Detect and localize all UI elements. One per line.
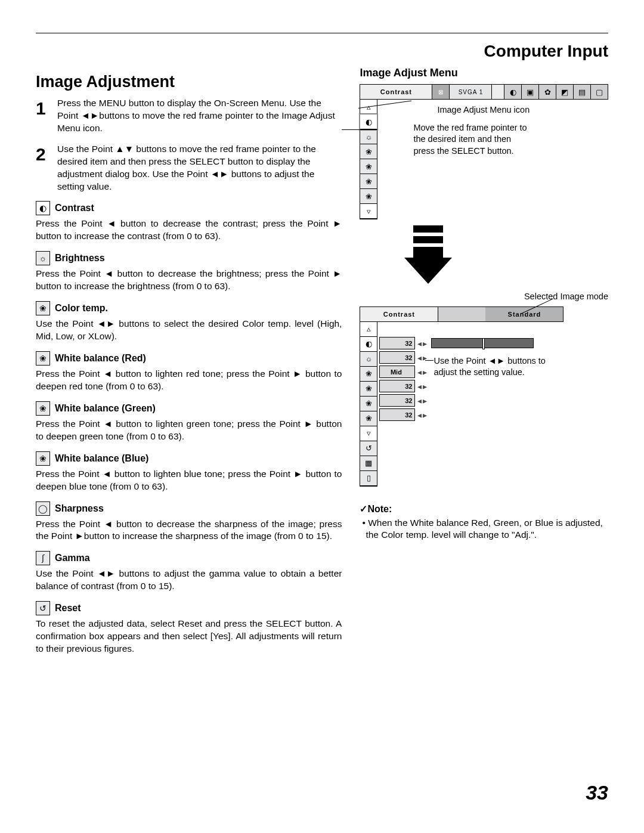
step-text: Use the Point ▲▼ buttons to move the red… [57, 143, 342, 193]
menu-bar-bottom: Contrast Standard [360, 306, 564, 322]
sidebar-icon-column: ▵ ◐ ☼ ❀ ❀ ❀ ❀ ▿ ↺ ▦ ▯ [360, 322, 377, 487]
step-number: 2 [36, 143, 57, 163]
callout-selected-mode: Selected Image mode [524, 291, 608, 303]
wb-green-icon: ❀ [360, 397, 377, 411]
callout-adjust-value: Use the Point ◄► buttons to adjust the s… [434, 355, 559, 379]
gamma-icon: ʃ [36, 551, 50, 565]
item-title: Sharpness [55, 503, 104, 514]
page-number: 33 [586, 781, 608, 804]
value-brightness: 32 [379, 351, 415, 364]
exit-icon: ▯ [360, 471, 377, 486]
menu-signal-text: SVGA 1 [450, 85, 492, 99]
lr-arrows-icon: ◂▸ [417, 367, 428, 377]
color-temp-icon: ❀ [360, 367, 377, 382]
contrast-icon: ◐ [360, 114, 377, 129]
value-colortemp: Mid [379, 366, 415, 378]
color-temp-icon: ❀ [360, 144, 377, 159]
wb-red-icon: ❀ [36, 351, 50, 366]
callout-move-frame: Move the red frame pointer to the desire… [413, 122, 532, 157]
value-wb-blue: 32 [379, 408, 415, 421]
note-body: • When the White balance Red, Green, or … [360, 517, 608, 542]
lr-arrows-icon: ◂▸ [417, 396, 428, 405]
svg-rect-1 [413, 236, 443, 243]
reset-icon: ↺ [36, 601, 50, 615]
section-title: Image Adjustment [36, 73, 342, 91]
item-body: Press the Point ◄ button to lighten gree… [36, 418, 342, 443]
lr-arrows-icon: ◂▸ [417, 410, 428, 420]
wb-green-icon: ❀ [36, 401, 50, 416]
item-title: Color temp. [55, 303, 108, 314]
menu-icon: ▢ [590, 85, 608, 99]
wb-green-icon: ❀ [360, 174, 377, 189]
menu-bar-top: Contrast ⊠ SVGA 1 ◐ ▣ ✿ ◩ ▤ ▢ [360, 84, 608, 100]
step-number: 1 [36, 97, 57, 117]
lr-arrows-icon: ◂▸ [417, 339, 428, 348]
big-down-arrow-icon [401, 225, 608, 285]
brightness-icon: ☼ [36, 251, 50, 265]
lr-arrows-icon: ◂▸ [417, 382, 428, 391]
item-body: Press the Point ◄ button to lighten red … [36, 368, 342, 393]
sharpness-icon: ◯ [36, 501, 50, 516]
menu-icon: ▣ [521, 85, 538, 99]
item-body: Use the Point ◄► buttons to adjust the g… [36, 568, 342, 593]
wb-red-icon: ❀ [360, 382, 377, 397]
item-title: White balance (Blue) [55, 453, 148, 464]
menu-label-contrast: Contrast [360, 307, 438, 321]
item-title: Brightness [55, 253, 105, 264]
wb-blue-icon: ❀ [36, 451, 50, 466]
menu-label-contrast: Contrast [360, 85, 432, 99]
menu-imageadjust-icon: ◐ [504, 85, 521, 99]
note-title: ✓Note: [360, 503, 608, 515]
item-body: Press the Point ◄ button to decrease the… [36, 518, 342, 543]
svg-marker-3 [404, 258, 452, 284]
item-title: Gamma [55, 553, 90, 563]
item-body: Press the Point ◄ button to decrease the… [36, 268, 342, 293]
value-wb-red: 32 [379, 380, 415, 392]
item-body: Press the Point ◄ button to lighten blue… [36, 468, 342, 493]
reset-icon: ↺ [360, 441, 377, 456]
contrast-icon: ◐ [360, 337, 377, 352]
item-body: To reset the adjusted data, select Reset… [36, 618, 342, 655]
wb-blue-icon: ❀ [360, 411, 377, 426]
value-contrast: 32 [379, 337, 415, 349]
page-header: Computer Input [484, 42, 608, 61]
lr-arrows-icon: ◂▸ [417, 353, 428, 363]
item-title: White balance (Green) [55, 403, 156, 414]
color-temp-icon: ❀ [36, 301, 50, 315]
sidebar-icon-column: ▵ ◐ ☼ ❀ ❀ ❀ ❀ ▿ [360, 100, 377, 219]
brightness-icon: ☼ [360, 129, 377, 144]
menu-icon: ✿ [538, 85, 556, 99]
item-title: Contrast [55, 203, 94, 213]
contrast-icon: ◐ [36, 201, 50, 215]
menu-icon: ▤ [573, 85, 590, 99]
item-title: Reset [55, 603, 81, 614]
step-text: Press the MENU button to display the On-… [57, 97, 342, 135]
callout-imageadjust-icon: Image Adjust Menu icon [437, 104, 608, 116]
menu-signal-icon: ⊠ [432, 85, 450, 99]
wb-blue-icon: ❀ [360, 189, 377, 204]
svg-rect-0 [413, 225, 443, 233]
item-body: Press the Point ◄ button to decrease the… [36, 218, 342, 243]
scroll-down-icon: ▿ [360, 204, 377, 219]
store-icon: ▦ [360, 456, 377, 471]
right-heading: Image Adjust Menu [360, 67, 608, 79]
contrast-slider [431, 338, 534, 348]
value-wb-green: 32 [379, 394, 415, 407]
scroll-up-icon: ▵ [360, 322, 377, 337]
wb-red-icon: ❀ [360, 159, 377, 174]
menu-icon: ◩ [556, 85, 573, 99]
item-body: Use the Point ◄► buttons to select the d… [36, 318, 342, 343]
item-title: White balance (Red) [55, 353, 146, 364]
scroll-down-icon: ▿ [360, 426, 377, 441]
brightness-icon: ☼ [360, 352, 377, 367]
menu-status-standard: Standard [485, 307, 563, 321]
svg-rect-2 [413, 247, 443, 258]
